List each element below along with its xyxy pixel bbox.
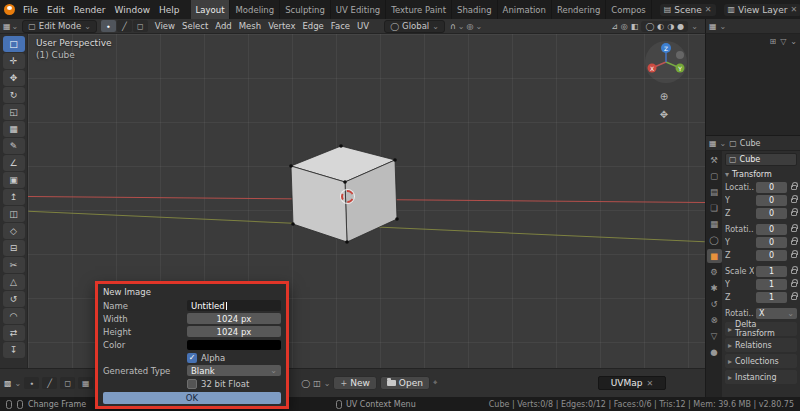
lock-icon[interactable]	[791, 282, 797, 287]
rotation-z-value[interactable]: 0	[756, 250, 787, 261]
rotation-mode-dropdown[interactable]: X ⌄	[756, 308, 797, 319]
scale-z-value[interactable]: 1	[756, 292, 787, 303]
proportional-chevron-icon[interactable]: ⌄	[475, 22, 482, 31]
outliner-chevron-icon[interactable]: ⌄	[720, 22, 727, 31]
lock-icon[interactable]	[791, 253, 797, 258]
tool-shrink-fatten[interactable]: ↧	[3, 342, 25, 358]
menu-file[interactable]: File	[19, 3, 42, 17]
edge-select-button[interactable]: ╱	[117, 20, 132, 32]
tab-output[interactable]: ▤	[707, 185, 722, 199]
rotation-y-value[interactable]: 0	[756, 237, 787, 248]
view-layer-selector[interactable]: ▥ View Layer ✕	[724, 4, 800, 16]
tab-particles[interactable]: ✱	[707, 281, 722, 295]
instancing-section[interactable]: ▸Instancing	[725, 370, 797, 384]
menu-help[interactable]: Help	[155, 3, 184, 17]
lock-icon[interactable]	[791, 227, 797, 232]
scene-selector[interactable]: ▤ Scene ✕	[660, 4, 716, 16]
mode-dropdown[interactable]: ▢ Edit Mode ⌄	[22, 20, 97, 33]
transform-panel-header[interactable]: ▾ Transform	[725, 168, 797, 181]
scale-x-value[interactable]: 1	[756, 266, 787, 277]
shading-material-icon[interactable]: ◑	[667, 22, 674, 31]
tool-smooth[interactable]: ◠	[3, 308, 25, 324]
tab-modeling[interactable]: Modeling	[230, 0, 280, 19]
tool-annotate[interactable]: ✎	[3, 138, 25, 154]
uvmap-close-icon[interactable]: ✕	[647, 379, 654, 388]
tool-rotate[interactable]: ↻	[3, 87, 25, 103]
ok-button[interactable]: OK	[103, 392, 281, 404]
tab-view-layer[interactable]: ❏	[707, 201, 722, 215]
tool-inset-faces[interactable]: ◫	[3, 206, 25, 222]
menu-uv[interactable]: UV	[354, 20, 372, 32]
uv-editor-chevron-icon[interactable]: ⌄	[15, 379, 22, 388]
menu-add[interactable]: Add	[212, 20, 234, 32]
view-layer-remove-icon[interactable]: ✕	[790, 5, 797, 14]
tab-object-data[interactable]: ▽	[707, 329, 722, 343]
vertex-select-button[interactable]: ∙	[101, 20, 116, 32]
editor-type-chevron-icon[interactable]: ⌄	[12, 22, 19, 31]
tool-knife[interactable]: ✂	[3, 257, 25, 273]
orientation-dropdown[interactable]: ◯ Global ⌄	[384, 20, 445, 33]
location-x-value[interactable]: 0	[756, 182, 787, 193]
menu-view[interactable]: View	[152, 20, 178, 32]
tab-animation[interactable]: Animation	[498, 0, 552, 19]
tab-uv-editing[interactable]: UV Editing	[331, 0, 386, 19]
menu-edge[interactable]: Edge	[299, 20, 326, 32]
new-collection-icon[interactable]: ⊞	[769, 37, 776, 46]
new-image-button[interactable]: + New	[333, 376, 376, 390]
cube-object[interactable]	[283, 134, 403, 246]
scene-unlink-icon[interactable]: ✕	[705, 5, 712, 14]
navigation-gizmo[interactable]: X Y Z	[644, 40, 688, 84]
collections-section[interactable]: ▸Collections	[725, 354, 797, 368]
menu-edit[interactable]: Edit	[43, 3, 68, 17]
menu-render[interactable]: Render	[70, 3, 110, 17]
lock-icon[interactable]	[791, 198, 797, 203]
tool-extrude-region[interactable]: ↥	[3, 189, 25, 205]
tab-physics[interactable]: ↺	[707, 297, 722, 311]
location-z-value[interactable]: 0	[756, 208, 787, 219]
uvmap-field[interactable]: UVMap ✕	[598, 376, 666, 390]
face-select-button[interactable]: ◻	[133, 20, 148, 32]
tab-object[interactable]: ■	[707, 249, 722, 263]
color-swatch[interactable]	[187, 340, 281, 350]
properties-chevron-icon[interactable]: ⌄	[720, 139, 727, 148]
proportional-editing-icon[interactable]: ◎	[466, 22, 473, 31]
object-name-field[interactable]: ▢ Cube	[725, 153, 797, 166]
menu-mesh[interactable]: Mesh	[236, 20, 264, 32]
blender-logo-icon[interactable]	[4, 4, 15, 15]
tool-transform[interactable]: ▦	[3, 121, 25, 137]
zoom-icon[interactable]: ⊕	[656, 88, 672, 104]
lock-icon[interactable]	[791, 211, 797, 216]
tab-world[interactable]: ◯	[707, 233, 722, 247]
shading-solid-icon[interactable]: ◐	[657, 22, 664, 31]
outliner-panel[interactable]: ⊞ ▽ ⌄	[705, 34, 800, 135]
tool-spin[interactable]: ↺	[3, 291, 25, 307]
uv-editor-type-icon[interactable]: ▩	[4, 379, 12, 388]
delta-transform-section[interactable]: ▸Delta Transform	[725, 322, 797, 336]
filter-icon[interactable]: ▽	[780, 37, 786, 46]
tab-layout[interactable]: Layout	[191, 0, 231, 19]
uv-face-select-button[interactable]: ◻	[60, 377, 75, 389]
name-input[interactable]: Untitled	[187, 300, 281, 311]
tool-loop-cut[interactable]: ⊟	[3, 240, 25, 256]
gizmo-x-label[interactable]: X	[650, 65, 654, 72]
open-image-button[interactable]: Open	[380, 376, 430, 390]
properties-editor-icon[interactable]: ▦	[709, 139, 717, 148]
tool-add-cube[interactable]: ▣	[3, 172, 25, 188]
uv-sphere-icon[interactable]: ◯	[301, 379, 310, 388]
lock-icon[interactable]	[791, 185, 797, 190]
lock-icon[interactable]	[791, 295, 797, 300]
width-field[interactable]: 1024 px	[187, 313, 281, 324]
pin-icon[interactable]: ⌖	[433, 378, 438, 388]
show-gizmo-icon[interactable]: ⊿	[611, 22, 618, 31]
menu-select[interactable]: Select	[179, 20, 211, 32]
tab-sculpting[interactable]: Sculpting	[280, 0, 331, 19]
tool-scale[interactable]: ◱	[3, 104, 25, 120]
menu-face[interactable]: Face	[328, 20, 353, 32]
tool-measure[interactable]: ∠	[3, 155, 25, 171]
uv-island-select-button[interactable]: ▦	[78, 377, 93, 389]
uv-tile-icon[interactable]: ◫	[313, 379, 321, 388]
show-overlays-icon[interactable]: ◎	[621, 22, 628, 31]
tool-move[interactable]: ✥	[3, 70, 25, 86]
tool-poly-build[interactable]: △	[3, 274, 25, 290]
tool-edge-slide[interactable]: ⇄	[3, 325, 25, 341]
